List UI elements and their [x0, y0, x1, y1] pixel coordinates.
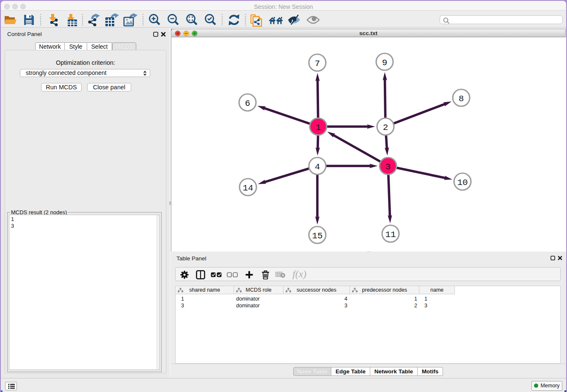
svg-text:15: 15 [312, 231, 322, 241]
svg-text:2: 2 [383, 123, 388, 133]
svg-text:3: 3 [385, 162, 391, 172]
svg-text:8: 8 [459, 94, 464, 104]
svg-text:1: 1 [316, 123, 321, 133]
svg-text:10: 10 [457, 178, 468, 188]
svg-text:4: 4 [315, 162, 320, 172]
svg-text:11: 11 [385, 230, 396, 240]
svg-text:7: 7 [315, 59, 320, 69]
svg-text:14: 14 [242, 183, 253, 193]
svg-text:6: 6 [245, 99, 250, 108]
svg-text:9: 9 [382, 58, 388, 68]
